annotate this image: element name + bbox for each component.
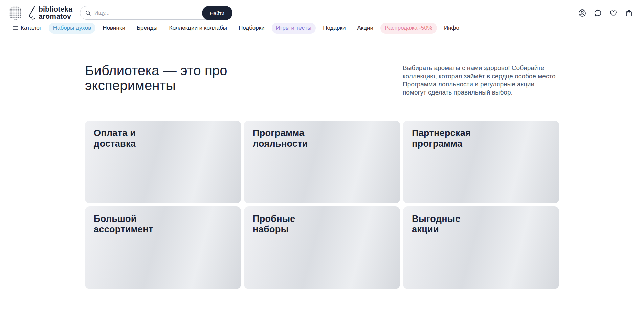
card-title: Программалояльности	[253, 128, 391, 149]
nav-item-label: Каталог	[21, 25, 42, 32]
nav-item-promos[interactable]: Акции	[353, 23, 378, 34]
hero-section: Библиотека — это про эксперименты Выбира…	[85, 63, 559, 103]
card-payment-delivery[interactable]: Оплата идоставка	[85, 121, 241, 203]
feature-cards-grid: Оплата идоставка Программалояльности Пар…	[85, 121, 559, 289]
nav-item-sale[interactable]: Распродажа -50%	[380, 23, 437, 34]
nav-item-games-tests[interactable]: Игры и тесты	[272, 23, 316, 34]
card-loyalty-program[interactable]: Программалояльности	[244, 121, 400, 203]
search-icon	[85, 10, 91, 16]
hamburger-icon	[13, 26, 18, 30]
search-bar: Найти	[80, 6, 232, 20]
card-title: Партнерскаяпрограмма	[412, 128, 550, 149]
card-wide-assortment[interactable]: Большойассортимент	[85, 206, 241, 289]
search-input[interactable]	[94, 9, 200, 16]
heart-icon	[609, 9, 618, 17]
cart-button[interactable]	[624, 8, 634, 18]
card-sample-sets[interactable]: Пробныенаборы	[244, 206, 400, 289]
chat-button[interactable]	[593, 8, 603, 18]
nav-item-catalog[interactable]: Каталог	[8, 23, 46, 34]
card-title: Большойассортимент	[94, 214, 232, 235]
bag-icon	[625, 9, 633, 17]
page-title: Библиотека — это про эксперименты	[85, 63, 227, 103]
nav-item-info[interactable]: Инфо	[440, 23, 464, 34]
search-button[interactable]: Найти	[202, 6, 232, 20]
nav-item-collections[interactable]: Коллекции и коллабы	[165, 23, 231, 34]
account-icon	[578, 9, 586, 17]
logo-dots-icon	[8, 5, 24, 21]
logo[interactable]: biblioteka aromatov	[8, 5, 72, 21]
card-partner-program[interactable]: Партнерскаяпрограмма	[403, 121, 559, 203]
nav-item-perfume-sets[interactable]: Наборы духов	[49, 23, 96, 34]
nav-item-brands[interactable]: Бренды	[132, 23, 162, 34]
account-button[interactable]	[577, 8, 587, 18]
main-content: Библиотека — это про эксперименты Выбира…	[85, 63, 559, 314]
card-title: Оплата идоставка	[94, 128, 232, 149]
page-title-line2: эксперименты	[85, 78, 227, 93]
hero-description: Выбирать ароматы с нами здорово! Собирай…	[403, 64, 559, 97]
header-icons	[577, 8, 634, 18]
card-profitable-promos[interactable]: Выгодныеакции	[403, 206, 559, 289]
card-title: Выгодныеакции	[412, 214, 550, 235]
logo-wordmark: biblioteka aromatov	[39, 6, 72, 20]
wishlist-button[interactable]	[608, 8, 618, 18]
nav-item-selections[interactable]: Подборки	[234, 23, 269, 34]
page-title-line1: Библиотека — это про	[85, 63, 227, 78]
header: biblioteka aromatov Найти	[0, 0, 644, 20]
nav-item-new[interactable]: Новинки	[98, 23, 130, 34]
logo-nose-icon	[27, 6, 36, 20]
nav-item-gifts[interactable]: Подарки	[318, 23, 350, 34]
main-nav: Каталог Наборы духов Новинки Бренды Колл…	[0, 23, 644, 36]
card-title: Пробныенаборы	[253, 214, 391, 235]
chat-icon	[594, 9, 602, 17]
